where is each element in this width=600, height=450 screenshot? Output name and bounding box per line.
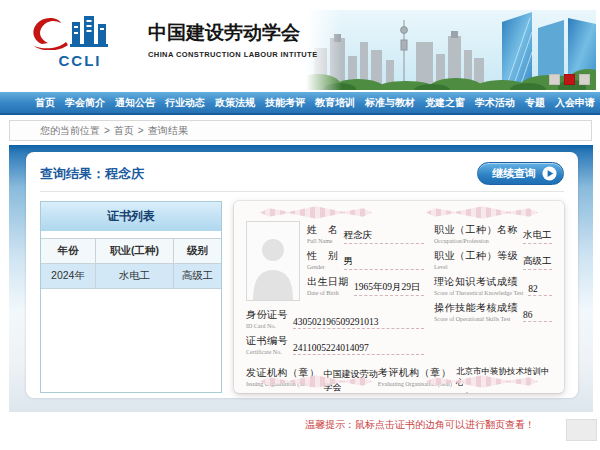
nav-item-about[interactable]: 学会简介 — [60, 96, 110, 110]
id-photo-placeholder — [246, 221, 300, 301]
play-circle-icon — [542, 166, 557, 181]
main-navigation: 首页 学会简介 通知公告 行业动态 政策法规 技能考评 教育培训 标准与教材 党… — [0, 92, 600, 115]
cert-field-date-of-birth: 出生日期 Date of Birth 1965年09月29日 — [307, 275, 424, 296]
certificate-list-table: 证书列表 年份 职业(工种) 级别 2024年 水电工 高级工 — [40, 201, 222, 393]
day-label: 日 — [515, 391, 525, 393]
cert-field-occupation-name: 职业（工种）名称 Occupation/Profession 水电工 — [434, 223, 552, 244]
cert-field-skills-score: 操作技能考核成绩 Score of Operational Skills Tes… — [434, 301, 552, 322]
site-title-english: CHINA CONSTRUCTION LABOUR INTITUTE — [148, 50, 318, 59]
cert-field-certificate-no: 证书编号 Certificate No. 2411005224014097 — [246, 334, 424, 355]
certificate-list-title: 证书列表 — [41, 202, 221, 231]
field-label-en: ID Card No. — [246, 323, 288, 329]
cert-field-gender: 性 别 Gender 男 — [307, 249, 424, 270]
field-label-cn: 证书编号 — [246, 334, 288, 348]
certificate-main: 姓 名 Full Name 程念庆 性 别 Gender 男 — [246, 221, 552, 360]
breadcrumb-separator: > — [138, 125, 144, 136]
nav-item-home[interactable]: 首页 — [30, 96, 60, 110]
nav-item-special-topics[interactable]: 专题 — [520, 96, 550, 110]
field-value: 北京市中装协技术培训中心 — [456, 366, 552, 389]
breadcrumb-home-link[interactable]: 首页 — [114, 125, 134, 136]
query-result-title: 查询结果：程念庆 — [40, 165, 144, 183]
year-label: 年 — [464, 391, 474, 393]
field-label-cn: 姓 名 — [307, 223, 339, 237]
page-header: CCLI 中国建设劳动学会 CHINA CONSTRUCTION LABOUR … — [0, 0, 600, 92]
field-label-en: Score of Operational Skills Test — [434, 316, 518, 322]
nav-item-skill-assessment[interactable]: 技能考评 — [260, 96, 310, 110]
banner-image — [306, 10, 596, 90]
nav-item-notices[interactable]: 通知公告 — [110, 96, 160, 110]
slide-dot-3[interactable] — [579, 74, 590, 85]
breadcrumb: 您的当前位置>首页>查询结果 — [9, 120, 592, 141]
field-label-en: Certificate No. — [246, 349, 288, 355]
certificate-bottom-row: 发证机构（章） Issuing Organisation (Seal) 中国建设… — [246, 366, 552, 393]
breadcrumb-current-page: 查询结果 — [148, 125, 188, 136]
continue-query-button[interactable]: 继续查询 — [477, 162, 564, 185]
logo-acronym: CCLI — [28, 52, 132, 69]
site-title-chinese: 中国建设劳动学会 — [148, 20, 318, 46]
field-label-cn: 考评机构（章） — [378, 366, 452, 380]
table-gap — [41, 231, 221, 238]
guilloche-ornament — [260, 206, 372, 219]
field-label-cn: 性 别 — [307, 249, 339, 263]
cert-field-id-card-no: 身份证号 ID Card No. 430502196509291013 — [246, 308, 424, 329]
field-label-cn: 身份证号 — [246, 308, 288, 322]
field-value: 2411005224014097 — [293, 343, 424, 355]
logo-mark-icon — [28, 14, 132, 50]
certificate-left-column: 姓 名 Full Name 程念庆 性 别 Gender 男 — [246, 221, 424, 360]
cell-year: 2024年 — [41, 264, 95, 288]
field-value: 1965年09月29日 — [354, 281, 424, 296]
content-panel-inner: 查询结果：程念庆 继续查询 证书列表 年份 职业(工种) 级别 — [26, 152, 578, 398]
table-empty-area — [41, 289, 221, 392]
table-row[interactable]: 2024年 水电工 高级工 — [41, 264, 221, 289]
result-content-row: 证书列表 年份 职业(工种) 级别 2024年 水电工 高级工 — [40, 201, 564, 393]
nav-item-party-building[interactable]: 党建之窗 — [420, 96, 470, 110]
field-value: 86 — [523, 310, 552, 322]
cell-occupation: 水电工 — [95, 264, 174, 288]
cert-field-occupation-level: 职业（工种）等级 Level 高级工 — [434, 249, 552, 270]
field-label-cn: 操作技能考核成绩 — [434, 301, 518, 315]
site-titles: 中国建设劳动学会 CHINA CONSTRUCTION LABOUR INTIT… — [148, 14, 318, 59]
field-label-en: Level — [434, 264, 518, 270]
cert-field-full-name: 姓 名 Full Name 程念庆 — [307, 223, 424, 244]
field-value: 430502196509291013 — [293, 317, 424, 329]
ccli-logo-icon: CCLI — [28, 14, 132, 69]
certificate-right-column: 职业（工种）名称 Occupation/Profession 水电工 职业（工种… — [434, 221, 552, 360]
result-header-row: 查询结果：程念庆 继续查询 — [40, 162, 564, 192]
field-value: 82 — [528, 284, 552, 296]
field-label-cn: 理论知识考试成绩 — [434, 275, 523, 289]
guilloche-ornament — [426, 206, 538, 219]
field-value: 男 — [344, 255, 425, 270]
field-value: 水电工 — [523, 229, 552, 244]
cert-date-labels: 年 月 日 — [456, 391, 552, 393]
flip-page-tip: 温馨提示：鼠标点击证书的边角可以进行翻页查看！ — [305, 418, 600, 432]
month-label: 月 — [490, 391, 500, 393]
column-header-occupation: 职业(工种) — [95, 239, 174, 263]
content-panel: 查询结果：程念庆 继续查询 证书列表 年份 职业(工种) 级别 — [9, 145, 593, 412]
nav-item-policies[interactable]: 政策法规 — [210, 96, 260, 110]
field-label-en: Score of Theoretical Knowledge Test — [434, 290, 523, 296]
nav-item-academic-activities[interactable]: 学术活动 — [470, 96, 520, 110]
slide-dot-2[interactable] — [564, 74, 575, 85]
nav-item-membership-application[interactable]: 入会申请 — [550, 96, 600, 110]
breadcrumb-location-label: 您的当前位置 — [40, 125, 100, 136]
field-label-cn: 职业（工种）等级 — [434, 249, 518, 263]
field-value: 高级工 — [523, 255, 552, 270]
nav-item-standards-textbooks[interactable]: 标准与教材 — [360, 96, 420, 110]
nav-item-education-training[interactable]: 教育培训 — [310, 96, 360, 110]
breadcrumb-separator: > — [104, 125, 110, 136]
corner-box — [566, 419, 597, 441]
field-label-cn: 职业（工种）名称 — [434, 223, 518, 237]
column-header-level: 级别 — [174, 239, 221, 263]
nav-item-industry-news[interactable]: 行业动态 — [160, 96, 210, 110]
slide-dot-1[interactable] — [549, 74, 560, 85]
certificate-document[interactable]: 姓 名 Full Name 程念庆 性 别 Gender 男 — [234, 201, 564, 393]
cert-field-theory-score: 理论知识考试成绩 Score of Theoretical Knowledge … — [434, 275, 552, 296]
banner-slide-indicators — [549, 74, 590, 85]
person-silhouette-icon — [247, 222, 299, 300]
table-header-row: 年份 职业(工种) 级别 — [41, 238, 221, 264]
cell-level: 高级工 — [174, 264, 221, 288]
field-label-en: Occupation/Profession — [434, 238, 518, 244]
column-header-year: 年份 — [41, 239, 95, 263]
site-logo: CCLI 中国建设劳动学会 CHINA CONSTRUCTION LABOUR … — [28, 14, 318, 69]
field-label-en: Gender — [307, 264, 339, 270]
